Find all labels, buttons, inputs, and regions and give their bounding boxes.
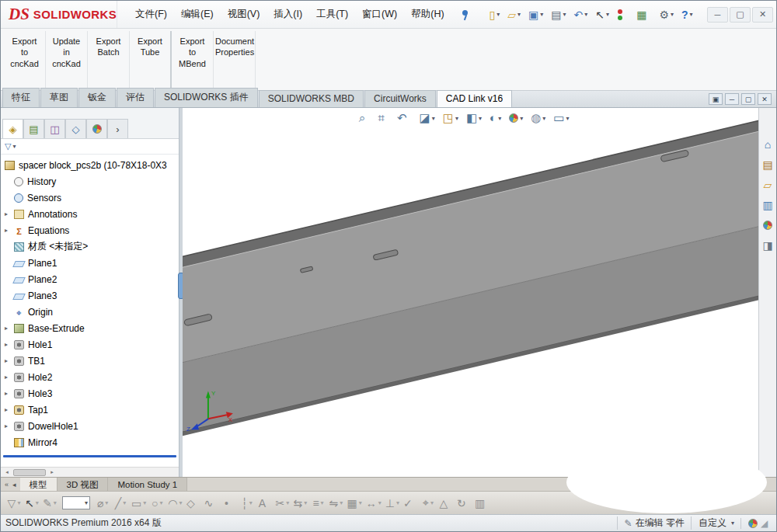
scroll-prev[interactable]: ◂	[12, 481, 16, 489]
maximize-button[interactable]: ▢	[730, 7, 751, 23]
quick-snaps[interactable]: ⌖	[420, 494, 437, 513]
save[interactable]: ▣	[526, 7, 545, 23]
configurationmanager-tab[interactable]: ◫	[44, 119, 65, 138]
arc[interactable]: ◠	[166, 494, 183, 513]
ribbon-tab[interactable]: 钣金	[78, 88, 116, 107]
previous-view[interactable]: ↶	[395, 111, 414, 125]
units-selector[interactable]: 自定义	[691, 516, 734, 530]
tree-item[interactable]: ▸ Plane3	[1, 287, 179, 304]
tree-item[interactable]: ▸ Mirror4	[1, 434, 179, 450]
scrollbar-thumb[interactable]	[13, 469, 46, 476]
dropdown-caret-icon[interactable]	[690, 11, 693, 18]
edit-appearance[interactable]	[507, 113, 525, 123]
menu-item[interactable]: 帮助(H)	[404, 4, 451, 25]
open-folder[interactable]: ▱	[505, 7, 523, 23]
dropdown-caret-icon[interactable]	[159, 499, 162, 506]
line[interactable]: ╱	[112, 494, 129, 513]
featuremanager-tree-tab[interactable]: ◈	[2, 119, 23, 138]
expand-arrow-icon[interactable]: ▸	[5, 374, 14, 381]
command-button[interactable]: Export Batch	[88, 31, 130, 88]
section-view[interactable]: ◪	[416, 111, 437, 125]
dropdown-caret-icon[interactable]	[179, 499, 182, 506]
expand-arrow-icon[interactable]: ▸	[5, 341, 14, 348]
tree-item[interactable]: ▸ DowelHole1	[1, 418, 179, 434]
view-settings[interactable]: ▭	[551, 111, 571, 125]
print[interactable]: ▤	[549, 7, 568, 23]
document-tab[interactable]: 模型	[20, 478, 57, 491]
command-button[interactable]: Export to MBend	[172, 31, 214, 88]
dropdown-caret-icon[interactable]	[497, 11, 500, 18]
dropdown-caret-icon[interactable]	[304, 499, 307, 506]
dropdown-caret-icon[interactable]	[17, 499, 20, 506]
dropdown-caret-icon[interactable]	[378, 499, 382, 506]
instant-2d[interactable]: ↻	[455, 494, 472, 513]
dropdown-caret-icon[interactable]	[249, 499, 253, 506]
apply-scene[interactable]: ◍	[528, 111, 548, 125]
dropdown-caret-icon[interactable]	[540, 11, 543, 18]
tree-item[interactable]: ▸ Equations	[1, 222, 179, 238]
model-canvas[interactable]: Y X Z	[183, 108, 776, 477]
close-button[interactable]: ✕	[752, 7, 773, 23]
ribbon-tab[interactable]: 特征	[2, 88, 40, 107]
circle[interactable]: ○	[148, 494, 166, 513]
design-library[interactable]: ▤	[761, 158, 775, 172]
sketch-style-combobox[interactable]	[62, 496, 90, 509]
tree-item[interactable]: ▸ History	[1, 173, 179, 190]
text[interactable]: A	[256, 494, 273, 513]
ribbon-tab[interactable]: CircuitWorks	[364, 90, 436, 107]
dropdown-caret-icon[interactable]	[36, 499, 39, 506]
dropdown-caret-icon[interactable]	[430, 499, 434, 506]
filter-caret-icon[interactable]	[12, 143, 16, 150]
dropdown-caret-icon[interactable]	[455, 115, 458, 122]
rollback-bar[interactable]	[3, 455, 176, 457]
tree-item[interactable]: ▸ Plane2	[1, 271, 179, 287]
sketch-picture[interactable]: ▥	[473, 494, 491, 513]
dropdown-caret-icon[interactable]	[123, 499, 126, 506]
dropdown-caret-icon[interactable]	[517, 11, 521, 18]
expand-arrow-icon[interactable]: ▸	[5, 406, 14, 413]
menu-item[interactable]: 窗口(W)	[355, 4, 404, 25]
ribbon-tab[interactable]: CAD Link v16	[437, 90, 512, 107]
menu-item[interactable]: 视图(V)	[221, 4, 267, 25]
dropdown-caret-icon[interactable]	[563, 11, 566, 18]
file-explorer[interactable]: ▱	[761, 178, 775, 192]
tree-item[interactable]: ▸ Origin	[1, 304, 179, 320]
filter-funnel-icon[interactable]: ▽	[5, 141, 11, 151]
pushpin-icon[interactable]	[459, 9, 470, 21]
dropdown-caret-icon[interactable]	[432, 115, 435, 122]
corner-rectangle[interactable]: ▭	[130, 494, 148, 513]
polygon[interactable]: ◇	[184, 494, 201, 513]
tree-item[interactable]: ▸ Annotations	[1, 206, 179, 222]
units-caret-icon[interactable]	[731, 520, 734, 527]
render-sphere-icon[interactable]	[748, 519, 758, 528]
scroll-right-icon[interactable]	[47, 469, 57, 475]
display-style[interactable]: ◧	[464, 111, 484, 125]
trim-entities[interactable]: ✂	[274, 494, 291, 513]
move-entities[interactable]: ↔	[364, 494, 383, 513]
dropdown-caret-icon[interactable]	[498, 115, 501, 122]
command-button[interactable]: Document Properties	[214, 31, 256, 88]
graphics-viewport[interactable]: Y X Z ⌕ ⌗	[183, 108, 776, 477]
evaluate-sheet[interactable]: ▦	[634, 7, 653, 23]
zoom-area[interactable]: ⌗	[375, 111, 391, 125]
displaymanager-tab[interactable]	[86, 119, 107, 138]
point[interactable]: •	[220, 494, 237, 513]
dropdown-caret-icon[interactable]	[143, 499, 146, 506]
dropdown-caret-icon[interactable]	[606, 11, 609, 18]
convert-entities[interactable]: ⇆	[291, 494, 308, 513]
tree-item[interactable]: ▸ Base-Extrude	[1, 320, 179, 336]
menu-item[interactable]: 编辑(E)	[174, 4, 221, 25]
home[interactable]: ⌂	[761, 137, 775, 151]
view-orientation[interactable]: ◳	[441, 111, 461, 125]
tree-item[interactable]: ▸ Sensors	[1, 190, 179, 206]
dropdown-caret-icon[interactable]	[54, 499, 57, 506]
offset-entities[interactable]: ≡	[309, 494, 326, 513]
dropdown-caret-icon[interactable]	[105, 499, 108, 506]
dropdown-caret-icon[interactable]	[671, 11, 674, 18]
rapid-sketch[interactable]: △	[437, 494, 455, 513]
scroll-first[interactable]: «	[5, 481, 9, 489]
dropdown-caret-icon[interactable]	[321, 499, 324, 506]
expand-arrow-icon[interactable]: ▸	[5, 210, 14, 217]
dimxpertmanager-tab[interactable]: ◇	[65, 119, 86, 138]
linear-sketch-pattern[interactable]: ▦	[345, 494, 363, 513]
